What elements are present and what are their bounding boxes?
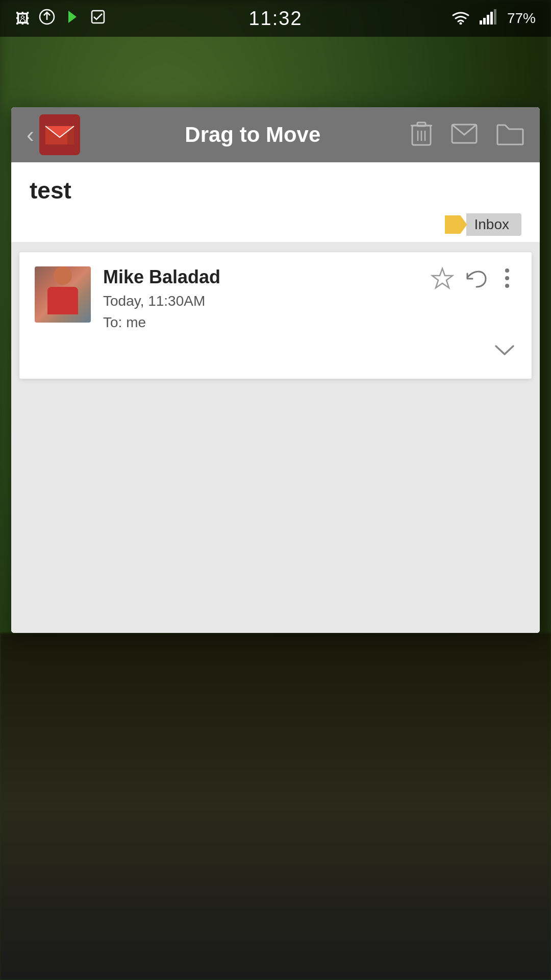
status-bar: 🖼 11:32	[0, 0, 551, 37]
wifi-icon	[451, 9, 470, 28]
svg-rect-8	[494, 9, 496, 24]
inbox-label[interactable]: Inbox	[466, 213, 522, 236]
avatar	[35, 266, 91, 323]
svg-rect-5	[483, 18, 486, 24]
envelope-icon[interactable]	[451, 122, 478, 147]
star-button[interactable]	[431, 266, 454, 295]
email-actions	[431, 266, 516, 295]
back-button[interactable]: ‹	[27, 122, 34, 148]
status-left-icons: 🖼	[15, 9, 106, 29]
subject-area: test Inbox	[11, 162, 540, 242]
reply-button[interactable]	[464, 266, 488, 295]
svg-rect-2	[92, 11, 104, 23]
svg-rect-4	[480, 20, 482, 24]
app-toolbar: ‹ Drag to Move	[11, 107, 540, 162]
avatar-head	[54, 266, 72, 285]
app-card: ‹ Drag to Move	[11, 107, 540, 633]
label-arrow	[445, 215, 467, 234]
expand-button[interactable]	[493, 339, 516, 364]
email-body-area	[11, 389, 540, 633]
signal-icon	[480, 9, 498, 28]
email-subject: test	[30, 177, 521, 213]
gmail-icon	[39, 114, 80, 155]
email-meta: Mike Baladad Today, 11:30AM To: me	[103, 266, 418, 331]
toolbar-icons	[410, 120, 524, 149]
gallery-icon: 🖼	[15, 10, 30, 27]
subject-label-row: Inbox	[30, 213, 521, 242]
download-icon	[64, 9, 81, 29]
svg-point-24	[505, 284, 509, 288]
toolbar-title: Drag to Move	[95, 122, 410, 147]
upload-icon	[39, 9, 55, 29]
svg-point-3	[459, 22, 462, 24]
email-card[interactable]: Mike Baladad Today, 11:30AM To: me	[19, 252, 532, 379]
status-right-icons: 77%	[451, 9, 536, 28]
more-button[interactable]	[498, 266, 516, 295]
trash-icon[interactable]	[410, 120, 433, 149]
folder-icon[interactable]	[496, 122, 524, 148]
svg-point-23	[505, 276, 509, 280]
bottom-background	[0, 633, 551, 980]
email-to: To: me	[103, 314, 418, 331]
svg-marker-1	[68, 11, 77, 23]
email-content: test Inbox Mike Baladad Today, 11:30AM T…	[11, 162, 540, 633]
battery-text: 77%	[507, 10, 536, 27]
email-header: Mike Baladad Today, 11:30AM To: me	[35, 266, 516, 331]
svg-point-22	[505, 268, 509, 273]
expand-row	[35, 339, 516, 364]
sender-name: Mike Baladad	[103, 266, 418, 288]
svg-rect-7	[490, 12, 493, 24]
tasks-icon	[90, 9, 106, 29]
svg-rect-6	[487, 15, 489, 24]
status-time: 11:32	[248, 8, 302, 30]
avatar-body	[47, 287, 78, 314]
svg-marker-21	[432, 268, 453, 288]
svg-rect-16	[417, 122, 425, 126]
email-time: Today, 11:30AM	[103, 293, 418, 309]
